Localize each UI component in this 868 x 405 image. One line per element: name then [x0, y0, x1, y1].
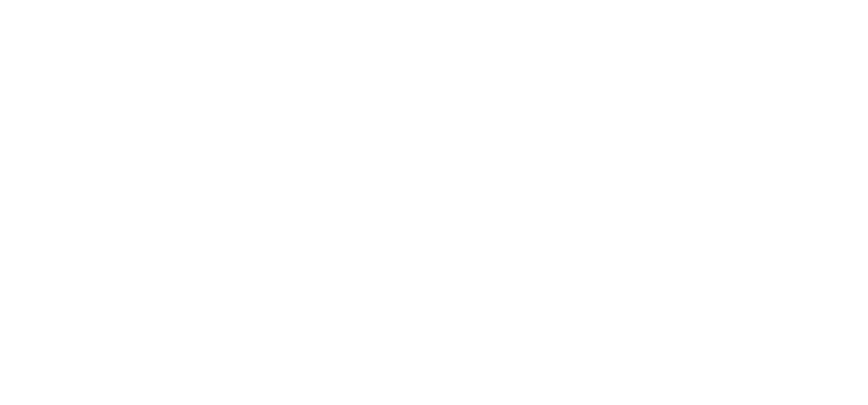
app-screen — [0, 0, 868, 405]
